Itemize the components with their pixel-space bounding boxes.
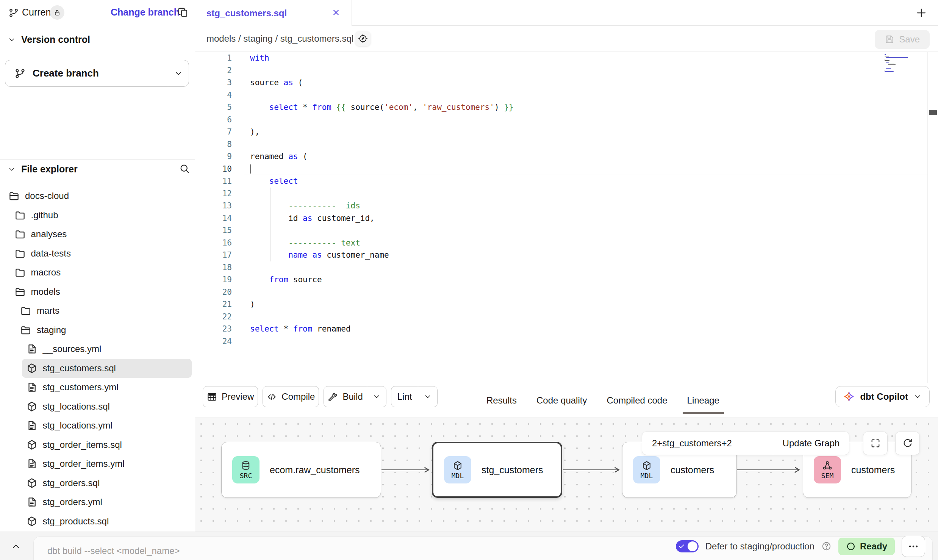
code-line-3[interactable]: source as ( [250,77,927,89]
divider [0,26,195,26]
code-editor[interactable]: 123456789101112131415161718192021222324 … [195,52,938,383]
create-branch-dropdown[interactable] [168,60,189,86]
lint-dropdown[interactable] [418,386,437,407]
save-button[interactable]: Save [875,30,930,49]
code-line-14[interactable]: id as customer_id, [250,212,927,225]
copy-icon[interactable] [177,7,189,18]
create-branch-button[interactable]: Create branch [5,60,189,87]
line-number: 14 [195,212,244,225]
tree-item-marts[interactable]: marts [16,301,192,321]
tree-item-stg_order_items.sql[interactable]: stg_order_items.sql [22,435,192,455]
update-graph-button[interactable]: Update Graph [773,432,849,455]
tab-stg-customers-sql[interactable]: stg_customers.sql [195,0,352,26]
new-tab-plus-icon[interactable] [915,7,927,19]
line-number: 11 [195,175,244,188]
tree-item-stg_order_items.yml[interactable]: stg_order_items.yml [22,454,192,474]
code-lines[interactable]: withsource as ( select * from {{ source(… [250,52,927,347]
code-line-16[interactable]: ---------- text [250,237,927,249]
version-control-header[interactable]: Version control [8,34,90,45]
build-dropdown[interactable] [367,386,386,407]
file-explorer-header[interactable]: File explorer [8,164,78,175]
code-line-12[interactable] [250,188,927,200]
tree-item-.github[interactable]: .github [10,206,192,225]
tree-item-stg_products.sql[interactable]: stg_products.sql [22,512,192,531]
tree-item-stg_orders.sql[interactable]: stg_orders.sql [22,474,192,493]
git-branch-icon [8,8,19,18]
node-label: customers [671,465,724,476]
code-line-9[interactable]: renamed as ( [250,150,927,163]
code-line-4[interactable] [250,89,927,102]
tree-item-stg_customers.yml[interactable]: stg_customers.yml [22,378,192,397]
code-line-19[interactable]: from source [250,274,927,286]
action-toolbar: Preview Compile Build Lint Result [195,383,938,418]
tab-compiled-code[interactable]: Compiled code [607,383,667,418]
floppy-icon [885,34,894,44]
tree-item-stg_locations.sql[interactable]: stg_locations.sql [22,397,192,416]
lineage-panel[interactable]: SRC ecom.raw_customers MDL stg_customers… [195,418,938,532]
tree-item-staging[interactable]: staging [16,321,192,340]
code-line-10[interactable] [250,163,927,175]
editor-scrollbar[interactable] [927,52,938,383]
lineage-node-stg-customers[interactable]: MDL stg_customers [432,442,562,498]
tab-code-quality[interactable]: Code quality [536,383,587,418]
code-line-17[interactable]: name as customer_name [250,249,927,261]
status-badge-ready[interactable]: Ready [838,538,895,555]
divider [0,159,195,160]
dbt-copilot-button[interactable]: dbt Copilot [835,386,930,407]
scrollbar-thumb[interactable] [929,110,937,115]
line-number: 15 [195,224,244,237]
defer-toggle[interactable] [676,540,699,552]
close-icon[interactable] [331,8,341,17]
tree-item-label: stg_orders.yml [43,497,102,507]
refresh-button[interactable] [895,432,920,455]
build-button[interactable]: Build [324,386,386,407]
code-line-7[interactable]: ), [250,126,927,138]
change-branch-link[interactable]: Change branch [111,7,180,18]
tab-results[interactable]: Results [486,383,517,418]
breadcrumb: models / staging / stg_customers.sql [206,33,353,44]
preview-button[interactable]: Preview [203,386,258,407]
create-branch-main[interactable]: Create branch [5,60,168,86]
search-icon[interactable] [179,163,190,174]
folder-icon [14,210,26,221]
code-line-11[interactable]: select [250,175,927,188]
code-line-2[interactable] [250,64,927,77]
folder-icon [14,228,26,240]
chevron-up-icon[interactable] [11,541,21,552]
tree-item-__sources.yml[interactable]: __sources.yml [22,339,192,359]
code-line-15[interactable] [250,224,927,237]
code-line-21[interactable]: ) [250,298,927,311]
code-line-18[interactable] [250,261,927,274]
tree-item-analyses[interactable]: analyses [10,225,192,244]
tree-item-stg_orders.yml[interactable]: stg_orders.yml [22,493,192,512]
tab-lineage[interactable]: Lineage [687,383,719,418]
tree-item-docs-cloud[interactable]: docs-cloud [4,186,192,206]
tree-item-models[interactable]: models [10,282,192,302]
line-number: 4 [195,89,244,102]
tree-item-stg_customers.sql[interactable]: stg_customers.sql [22,359,192,378]
code-line-22[interactable] [250,311,927,323]
code-line-13[interactable]: ---------- ids [250,200,927,212]
code-line-20[interactable] [250,286,927,299]
lint-button[interactable]: Lint [391,386,438,407]
code-line-1[interactable]: with [250,52,927,64]
more-options-button[interactable] [902,536,925,557]
tree-item-label: stg_orders.sql [43,478,100,488]
line-number: 12 [195,188,244,200]
compile-button[interactable]: Compile [263,386,319,407]
file-doc-icon [26,343,38,355]
tree-item-data-tests[interactable]: data-tests [10,244,192,263]
fullscreen-button[interactable] [863,432,888,455]
code-line-5[interactable]: select * from {{ source('ecom', 'raw_cus… [250,101,927,114]
lineage-selector-input[interactable]: 2+stg_customers+2 [642,432,773,455]
lineage-node-source[interactable]: SRC ecom.raw_customers [221,442,381,498]
tree-item-macros[interactable]: macros [10,263,192,282]
tree-item-stg_locations.yml[interactable]: stg_locations.yml [22,416,192,435]
copilot-compass-icon[interactable] [355,31,371,46]
code-line-24[interactable] [250,335,927,348]
help-icon[interactable] [821,541,832,551]
code-line-23[interactable]: select * from renamed [250,323,927,335]
code-line-8[interactable] [250,138,927,151]
code-line-6[interactable] [250,114,927,126]
node-label: customers [851,465,905,476]
